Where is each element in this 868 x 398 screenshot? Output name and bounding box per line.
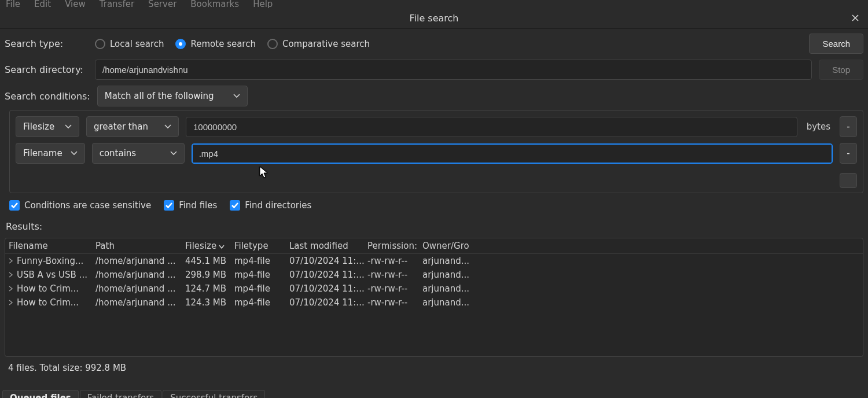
- cell-filesize: 124.7 MB: [185, 283, 234, 294]
- chevron-down-icon: [164, 124, 171, 129]
- condition-row: Filesize greater than bytes -: [16, 116, 857, 137]
- tab-queued-files[interactable]: Queued files: [2, 390, 79, 398]
- cell-filename: USB A vs USB ...: [9, 270, 95, 280]
- col-filesize[interactable]: Filesize: [185, 241, 234, 251]
- search-directory-label: Search directory:: [5, 64, 88, 75]
- menu-view[interactable]: View: [65, 1, 86, 8]
- radio-icon: [95, 39, 105, 49]
- search-type-label: Search type:: [5, 38, 88, 49]
- col-modified[interactable]: Last modified: [289, 241, 367, 251]
- search-conditions-label: Search conditions:: [5, 91, 90, 102]
- checkbox-icon: [164, 200, 174, 211]
- unit-label: bytes: [804, 121, 833, 132]
- col-filename[interactable]: Filename: [9, 241, 95, 251]
- col-permissions[interactable]: Permission:: [367, 241, 422, 251]
- cell-filetype: mp4-file: [234, 256, 289, 266]
- option-checkboxes: Conditions are case sensitive Find files…: [9, 200, 863, 211]
- operator-select[interactable]: greater than: [86, 116, 179, 137]
- chevron-down-icon: [233, 94, 240, 98]
- menu-edit[interactable]: Edit: [34, 1, 51, 8]
- checkbox-label: Find directories: [245, 200, 311, 211]
- sort-desc-icon: [219, 241, 225, 251]
- tab-failed-transfers[interactable]: Failed transfers: [80, 390, 161, 398]
- radio-label: Local search: [110, 39, 164, 49]
- find-directories-checkbox[interactable]: Find directories: [230, 200, 311, 211]
- menu-bookmarks[interactable]: Bookmarks: [190, 1, 239, 8]
- operator-value: greater than: [94, 121, 148, 132]
- operator-select[interactable]: contains: [92, 143, 185, 164]
- cell-modified: 07/10/2024 11:...: [289, 270, 367, 280]
- case-sensitive-checkbox[interactable]: Conditions are case sensitive: [9, 200, 151, 211]
- cell-permissions: -rw-rw-r--: [367, 283, 422, 294]
- checkbox-icon: [230, 200, 240, 211]
- criterion-select[interactable]: Filename: [16, 143, 85, 164]
- cell-owner: arjunand...: [422, 283, 489, 294]
- chevron-down-icon: [170, 151, 177, 156]
- caret-right-icon: [9, 300, 13, 305]
- condition-row: Filename contains -: [16, 143, 857, 164]
- col-path[interactable]: Path: [95, 241, 185, 251]
- cell-filetype: mp4-file: [234, 283, 289, 294]
- conditions-panel: Filesize greater than bytes - Filename c…: [9, 110, 863, 193]
- criterion-value: Filesize: [23, 121, 54, 132]
- col-owner[interactable]: Owner/Gro: [422, 241, 489, 251]
- dialog-titlebar: File search: [0, 8, 868, 29]
- match-mode-value: Match all of the following: [105, 91, 214, 101]
- cell-path: /home/arjunand ...: [95, 297, 185, 308]
- menu-file[interactable]: File: [6, 1, 20, 8]
- close-button[interactable]: [848, 12, 862, 25]
- find-files-checkbox[interactable]: Find files: [164, 200, 217, 211]
- radio-label: Comparative search: [282, 39, 370, 49]
- checkbox-label: Conditions are case sensitive: [24, 200, 151, 211]
- menu-server[interactable]: Server: [148, 1, 176, 8]
- dialog-title: File search: [409, 13, 458, 24]
- menu-transfer[interactable]: Transfer: [100, 1, 134, 8]
- cell-filetype: mp4-file: [234, 297, 289, 308]
- condition-value-input[interactable]: [186, 117, 797, 137]
- menu-help[interactable]: Help: [253, 1, 273, 8]
- cell-modified: 07/10/2024 11:...: [289, 283, 367, 294]
- menubar[interactable]: File Edit View Transfer Server Bookmarks…: [0, 0, 868, 8]
- checkbox-icon: [9, 200, 20, 211]
- transfer-tabs[interactable]: Queued files Failed transfers Successful…: [2, 390, 265, 398]
- status-bar: 4 files. Total size: 992.8 MB: [5, 360, 863, 375]
- cell-filename: Funny-Boxing...: [9, 256, 95, 266]
- chevron-down-icon: [71, 151, 78, 156]
- close-icon: [852, 13, 859, 24]
- match-mode-select[interactable]: Match all of the following: [97, 86, 248, 106]
- table-row[interactable]: Funny-Boxing... /home/arjunand ... 445.1…: [5, 254, 863, 268]
- cell-path: /home/arjunand ...: [95, 283, 185, 294]
- search-button[interactable]: Search: [809, 34, 863, 54]
- remove-condition-button[interactable]: -: [840, 116, 857, 137]
- table-row[interactable]: USB A vs USB ... /home/arjunand ... 298.…: [5, 268, 863, 282]
- radio-local-search[interactable]: Local search: [95, 39, 164, 49]
- radio-comparative-search[interactable]: Comparative search: [267, 39, 370, 49]
- table-row[interactable]: How to Crim... /home/arjunand ... 124.7 …: [5, 282, 863, 296]
- radio-icon: [175, 39, 186, 49]
- stop-button[interactable]: Stop: [819, 60, 863, 80]
- cell-permissions: -rw-rw-r--: [367, 256, 422, 266]
- radio-remote-search[interactable]: Remote search: [175, 39, 255, 49]
- search-type-radios: Local search Remote search Comparative s…: [95, 39, 802, 49]
- col-filetype[interactable]: Filetype: [234, 241, 289, 251]
- search-directory-input[interactable]: [95, 60, 812, 80]
- cell-owner: arjunand...: [422, 270, 489, 280]
- results-label: Results:: [6, 221, 863, 232]
- remove-condition-button[interactable]: -: [840, 143, 857, 164]
- checkbox-label: Find files: [179, 200, 217, 211]
- condition-value-input[interactable]: [192, 143, 833, 164]
- cell-owner: arjunand...: [422, 297, 489, 308]
- criterion-value: Filename: [23, 148, 62, 159]
- table-header[interactable]: Filename Path Filesize Filetype Last mod…: [5, 238, 863, 254]
- operator-value: contains: [100, 148, 137, 159]
- radio-icon: [267, 39, 278, 49]
- criterion-select[interactable]: Filesize: [16, 116, 79, 137]
- cell-filename: How to Crim...: [9, 283, 95, 294]
- tab-successful-transfers[interactable]: Successful transfers: [163, 390, 265, 398]
- cell-modified: 07/10/2024 11:...: [289, 297, 367, 308]
- table-row[interactable]: How to Crim... /home/arjunand ... 124.3 …: [5, 296, 863, 309]
- cell-owner: arjunand...: [422, 256, 489, 266]
- caret-right-icon: [9, 258, 13, 264]
- results-table[interactable]: Filename Path Filesize Filetype Last mod…: [5, 238, 863, 357]
- add-condition-button[interactable]: [840, 173, 857, 188]
